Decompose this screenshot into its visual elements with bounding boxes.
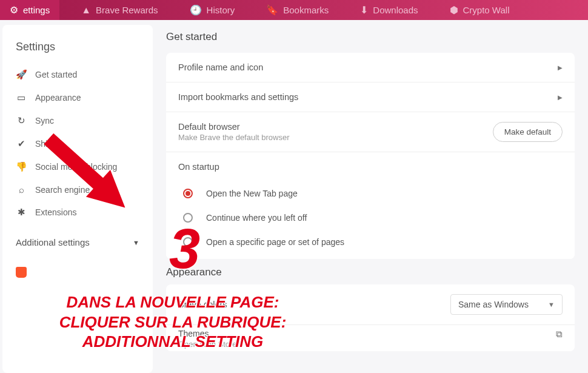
startup-title: On startup (178, 162, 563, 172)
thumbs-down-icon: 👎 (16, 161, 27, 172)
chevron-right-icon: ▶ (558, 64, 563, 71)
sidebar-item-get-started[interactable]: 🚀 Get started (2, 63, 153, 86)
chevron-down-icon: ▼ (133, 239, 139, 246)
annotation-text: DANS LA NOUVELLE PAGE: CLIQUER SUR LA RU… (30, 292, 315, 352)
radio-label: Continue where you left off (206, 213, 307, 223)
about-brave[interactable] (2, 256, 153, 281)
appearance-icon: ▭ (16, 92, 27, 103)
startup-option-specific-pages[interactable]: Open a specific page or set of pages (178, 230, 563, 254)
tab-label: Bookmarks (283, 5, 329, 15)
crypto-icon: ⬢ (450, 4, 458, 16)
sidebar-item-sync[interactable]: ↻ Sync (2, 109, 153, 132)
sidebar-item-appearance[interactable]: ▭ Appearance (2, 86, 153, 109)
sidebar-item-extensions[interactable]: ✱ Extensions (2, 201, 153, 224)
make-default-button[interactable]: Make default (493, 122, 563, 142)
radio-selected-icon (183, 189, 193, 198)
additional-settings-toggle[interactable]: Additional settings ▼ (2, 229, 153, 256)
section-title-get-started: Get started (166, 31, 575, 43)
tab-label: History (207, 5, 235, 15)
chevron-right-icon: ▶ (558, 94, 563, 101)
annotation-step-number: 3 (169, 217, 200, 281)
startup-block: On startup Open the New Tab page Continu… (166, 152, 575, 259)
bookmarks-icon: 🔖 (266, 4, 278, 16)
tab-label: ettings (23, 5, 50, 15)
section-title-appearance: Appearance (166, 266, 575, 278)
search-icon: ⌕ (16, 184, 27, 195)
startup-option-new-tab[interactable]: Open the New Tab page (178, 181, 563, 206)
row-label: Profile name and icon (178, 62, 263, 72)
gear-icon: ⚙ (10, 4, 18, 16)
chevron-down-icon: ▼ (548, 301, 555, 308)
row-label: Import bookmarks and settings (178, 92, 298, 102)
sidebar-item-label: Appearance (35, 93, 81, 102)
sidebar-item-label: Extensions (35, 207, 76, 217)
tab-history[interactable]: 🕘 History (180, 0, 245, 20)
additional-label: Additional settings (16, 237, 90, 247)
radio-label: Open the New Tab page (206, 189, 298, 198)
select-value: Same as Windows (458, 300, 529, 309)
color-theme-select[interactable]: Same as Windows ▼ (450, 294, 563, 315)
tab-downloads[interactable]: ⬇ Downloads (350, 0, 427, 20)
import-bookmarks-row[interactable]: Import bookmarks and settings ▶ (166, 82, 575, 112)
tab-bookmarks[interactable]: 🔖 Bookmarks (256, 0, 338, 20)
puzzle-icon: ✱ (16, 207, 27, 218)
tab-settings[interactable]: ⚙ ettings (0, 0, 59, 20)
top-navigation: ⚙ ettings ▲ Brave Rewards 🕘 History 🔖 Bo… (0, 0, 588, 20)
sidebar-item-label: Get started (35, 70, 77, 79)
startup-option-continue[interactable]: Continue where you left off (178, 206, 563, 230)
sync-icon: ↻ (16, 115, 27, 126)
profile-row[interactable]: Profile name and icon ▶ (166, 53, 575, 82)
external-link-icon: ⧉ (556, 329, 563, 340)
rewards-icon: ▲ (81, 5, 91, 16)
tab-label: Downloads (373, 5, 418, 15)
default-browser-row: Default browser Make Brave the default b… (166, 112, 575, 152)
sidebar-title: Settings (2, 33, 153, 63)
history-icon: 🕘 (190, 4, 202, 16)
download-icon: ⬇ (360, 4, 368, 16)
rocket-icon: 🚀 (16, 69, 27, 80)
sidebar-item-label: Sync (35, 116, 54, 126)
radio-label: Open a specific page or set of pages (206, 237, 344, 247)
tab-label: Brave Rewards (96, 5, 158, 15)
tab-rewards[interactable]: ▲ Brave Rewards (72, 0, 167, 20)
brave-logo-icon (16, 267, 27, 278)
shield-icon: ✔ (16, 138, 27, 149)
row-label: Default browser (178, 122, 290, 132)
tab-label: Crypto Wall (463, 5, 510, 15)
row-sublabel: Make Brave the default browser (178, 133, 290, 142)
tab-crypto[interactable]: ⬢ Crypto Wall (440, 0, 520, 20)
